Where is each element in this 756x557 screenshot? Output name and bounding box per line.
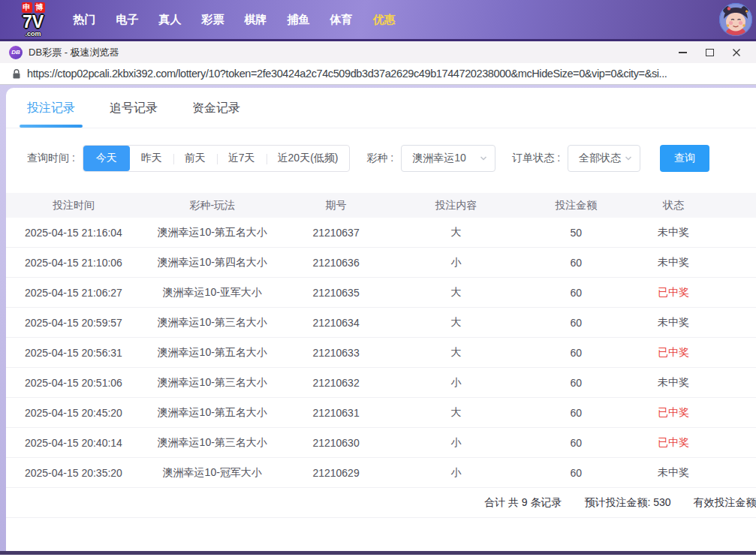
cell-play-name: 澳洲幸运10-第四名大小 xyxy=(141,256,284,269)
column-header: 期号 xyxy=(284,199,389,212)
site-logo[interactable]: 申 博 7V .com xyxy=(14,2,53,38)
lottery-select[interactable]: 澳洲幸运10 xyxy=(401,145,495,172)
close-icon xyxy=(732,48,741,57)
table-row: 2025-04-15 21:06:27澳洲幸运10-亚军大小21210635大6… xyxy=(6,278,756,308)
table-row: 2025-04-15 20:51:06澳洲幸运10-第三名大小21210632小… xyxy=(6,368,756,398)
filter-bar: 查询时间 : 今天昨天前天近7天近20天(低频) 彩种 : 澳洲幸运10 订单状… xyxy=(27,145,756,172)
cell-bet-amount: 60 xyxy=(523,287,628,299)
cell-bet-amount: 60 xyxy=(523,467,628,479)
column-header: 投注时间 xyxy=(6,199,141,212)
lock-icon xyxy=(12,68,21,80)
record-tab[interactable]: 资金记录 xyxy=(192,101,240,128)
record-tab[interactable]: 投注记录 xyxy=(27,101,75,128)
cell-status: 已中奖 xyxy=(628,406,718,420)
cell-status: 已中奖 xyxy=(628,346,718,360)
page-background: 投注记录追号记录资金记录 查询时间 : 今天昨天前天近7天近20天(低频) 彩种… xyxy=(0,85,756,555)
cell-bet-time: 2025-04-15 21:16:04 xyxy=(6,227,141,239)
cell-bet-content: 大 xyxy=(388,316,523,330)
logo-text: 7V xyxy=(14,14,53,31)
status-filter-label: 订单状态 : xyxy=(512,152,560,165)
cell-issue-number: 21210633 xyxy=(284,347,389,359)
close-button[interactable] xyxy=(723,43,750,62)
cell-bet-amount: 60 xyxy=(523,437,628,449)
cell-status: 未中奖 xyxy=(628,316,718,330)
logo-badge-left: 申 xyxy=(22,2,32,13)
footer-expected-amount: 预计投注金额: 530 xyxy=(584,496,670,510)
cell-play-name: 澳洲幸运10-第五名大小 xyxy=(141,226,284,239)
nav-item-4[interactable]: 彩票 xyxy=(191,13,234,27)
maximize-button[interactable] xyxy=(696,43,723,62)
cell-status: 未中奖 xyxy=(628,226,718,239)
browser-titlebar: DB DB彩票 - 极速浏览器 xyxy=(0,39,756,63)
cell-issue-number: 21210635 xyxy=(284,287,389,299)
status-select[interactable]: 全部状态 xyxy=(568,145,640,172)
avatar[interactable] xyxy=(718,2,753,37)
main-menu: 热门电子真人彩票棋牌捕鱼体育优惠 xyxy=(63,13,405,27)
lottery-select-value: 澳洲幸运10 xyxy=(412,152,466,165)
cell-bet-time: 2025-04-15 20:45:20 xyxy=(6,407,141,419)
logo-domain: .com xyxy=(14,31,53,38)
cell-bet-content: 大 xyxy=(388,346,523,360)
browser-urlbar[interactable]: https://ctop02pcali.2kbxi392.com/lottery… xyxy=(0,63,756,85)
cell-bet-content: 小 xyxy=(388,256,523,269)
cell-status: 未中奖 xyxy=(628,376,718,390)
nav-item-8[interactable]: 优惠 xyxy=(363,13,405,27)
nav-item-5[interactable]: 棋牌 xyxy=(234,13,277,27)
time-option[interactable]: 今天 xyxy=(83,146,130,171)
time-option[interactable]: 昨天 xyxy=(130,146,173,171)
cell-bet-amount: 60 xyxy=(523,407,628,419)
chevron-down-icon xyxy=(624,154,633,163)
footer-valid-amount: 有效投注金额 xyxy=(694,496,756,510)
time-option[interactable]: 前天 xyxy=(173,146,217,171)
window-title: DB彩票 - 极速浏览器 xyxy=(29,46,119,59)
nav-item-7[interactable]: 体育 xyxy=(320,13,363,27)
cell-bet-time: 2025-04-15 21:06:27 xyxy=(6,287,141,299)
cell-issue-number: 21210634 xyxy=(284,317,389,329)
cell-play-name: 澳洲幸运10-第三名大小 xyxy=(141,376,284,390)
cell-bet-amount: 60 xyxy=(523,377,628,389)
table-row: 2025-04-15 20:56:31澳洲幸运10-第五名大小21210633大… xyxy=(6,338,756,368)
cell-status: 已中奖 xyxy=(628,286,718,300)
cell-status: 已中奖 xyxy=(628,436,718,450)
cell-issue-number: 21210629 xyxy=(284,467,389,479)
url-text[interactable]: https://ctop02pcali.2kbxi392.com/lottery… xyxy=(27,68,667,80)
logo-badge-right: 博 xyxy=(35,2,45,13)
table-row: 2025-04-15 20:35:20澳洲幸运10-冠军大小21210629小6… xyxy=(6,458,756,488)
column-header: 彩种-玩法 xyxy=(141,199,284,212)
nav-item-2[interactable]: 电子 xyxy=(106,13,149,27)
record-tab[interactable]: 追号记录 xyxy=(110,101,158,128)
time-range-group: 今天昨天前天近7天近20天(低频) xyxy=(83,145,351,172)
logo-badges: 申 博 xyxy=(14,2,53,13)
cell-play-name: 澳洲幸运10-第五名大小 xyxy=(141,346,284,360)
table-row: 2025-04-15 20:45:20澳洲幸运10-第五名大小21210631大… xyxy=(6,398,756,428)
time-option[interactable]: 近7天 xyxy=(217,146,267,171)
status-select-value: 全部状态 xyxy=(579,152,621,165)
nav-item-1[interactable]: 热门 xyxy=(63,13,106,27)
cell-bet-amount: 50 xyxy=(523,227,628,239)
search-button[interactable]: 查询 xyxy=(660,145,709,172)
cell-bet-time: 2025-04-15 20:56:31 xyxy=(6,347,141,359)
cell-bet-time: 2025-04-15 21:10:06 xyxy=(6,257,141,269)
content-card: 投注记录追号记录资金记录 查询时间 : 今天昨天前天近7天近20天(低频) 彩种… xyxy=(6,88,756,551)
column-header: 投注金额 xyxy=(523,199,628,212)
cell-bet-content: 小 xyxy=(388,436,523,450)
column-header: 投注内容 xyxy=(388,199,523,212)
table-row: 2025-04-15 21:16:04澳洲幸运10-第五名大小21210637大… xyxy=(6,218,756,248)
maximize-icon xyxy=(706,49,714,56)
chevron-down-icon xyxy=(479,154,488,163)
cell-issue-number: 21210632 xyxy=(284,377,389,389)
avatar-image xyxy=(718,2,753,37)
table-row: 2025-04-15 20:59:57澳洲幸运10-第三名大小21210634大… xyxy=(6,308,756,338)
nav-item-6[interactable]: 捕鱼 xyxy=(277,13,320,27)
time-filter-label: 查询时间 : xyxy=(27,152,75,165)
minimize-icon xyxy=(679,52,687,53)
cell-play-name: 澳洲幸运10-冠军大小 xyxy=(141,466,284,480)
cell-play-name: 澳洲幸运10-亚军大小 xyxy=(141,286,284,300)
nav-item-3[interactable]: 真人 xyxy=(149,13,191,27)
bottom-strip xyxy=(0,551,756,555)
cell-issue-number: 21210637 xyxy=(284,227,389,239)
cell-issue-number: 21210631 xyxy=(284,407,389,419)
cell-issue-number: 21210630 xyxy=(284,437,389,449)
time-option[interactable]: 近20天(低频) xyxy=(267,146,350,171)
minimize-button[interactable] xyxy=(669,43,696,62)
